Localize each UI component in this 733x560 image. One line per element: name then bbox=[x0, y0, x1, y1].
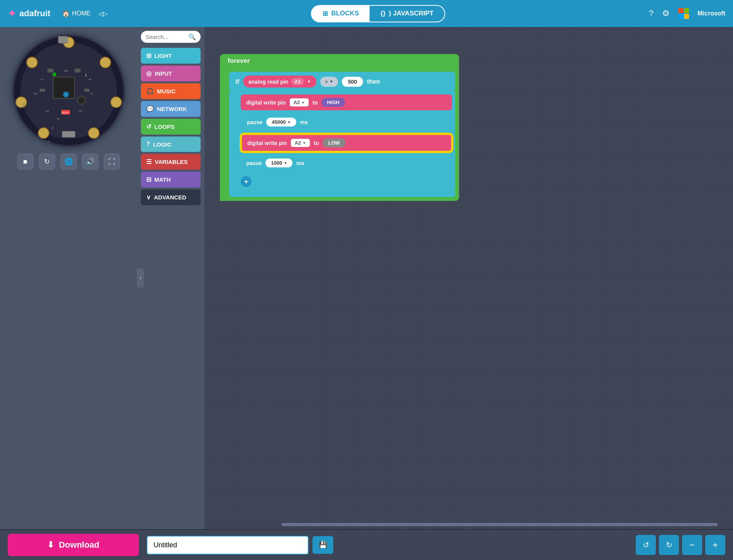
search-box[interactable]: 🔍 bbox=[141, 31, 201, 43]
analog-read-block[interactable]: analog read pin A1 ▼ bbox=[243, 76, 316, 88]
cat-variables-button[interactable]: ☰ VARIABLES bbox=[141, 154, 201, 170]
microsoft-text: Microsoft bbox=[698, 10, 725, 17]
workspace-scrollbar[interactable] bbox=[282, 523, 718, 526]
cat-input-label: INPUT bbox=[155, 70, 172, 77]
redo-button[interactable]: ↻ bbox=[659, 535, 679, 555]
workspace[interactable]: forever if analog read pin A1 ▼ > ▼ bbox=[204, 27, 733, 529]
variables-icon: ☰ bbox=[146, 158, 152, 165]
high-badge[interactable]: HIGH bbox=[321, 98, 345, 107]
cat-logic-button[interactable]: ? LOGIC bbox=[141, 137, 201, 152]
cat-network-label: NETWORK bbox=[157, 106, 187, 112]
add-block-button[interactable]: + bbox=[241, 176, 252, 187]
advanced-icon: ∨ bbox=[146, 194, 151, 201]
pin-arrow-1: ▼ bbox=[301, 101, 305, 105]
network-icon: 💬 bbox=[146, 105, 154, 113]
download-button[interactable]: ⬇ Download bbox=[8, 534, 139, 556]
blocks-icon: ⊞ bbox=[323, 10, 328, 18]
controls-row: ■ ↻ 🌐 🔊 ⛶ bbox=[17, 153, 120, 170]
svg-text:GND: GND bbox=[44, 140, 51, 143]
pause-block-1: pause 45000 ▼ ms bbox=[241, 113, 452, 131]
js-icon: {} bbox=[380, 10, 385, 17]
pause-value-2[interactable]: 1000 ▼ bbox=[265, 159, 292, 167]
forever-block: forever if analog read pin A1 ▼ > ▼ bbox=[220, 54, 459, 201]
header: ✦ adafruit 🏠 HOME ◁▷ ⊞ BLOCKS {} } JAVAS… bbox=[0, 0, 733, 27]
svg-rect-32 bbox=[62, 131, 75, 137]
forever-label: forever bbox=[228, 57, 250, 64]
pause-label-1: pause bbox=[247, 119, 262, 125]
svg-point-15 bbox=[52, 73, 56, 76]
share-icon[interactable]: ◁▷ bbox=[98, 10, 108, 17]
logo[interactable]: ✦ adafruit bbox=[8, 8, 51, 20]
sound-button[interactable]: 🔊 bbox=[82, 153, 98, 170]
logo-star: ✦ bbox=[8, 8, 16, 20]
category-sidebar: 🔍 ⊞ LIGHT ◎ INPUT 🎧 MUSIC 💬 NETWORK ↺ LO… bbox=[137, 27, 204, 529]
cat-network-button[interactable]: 💬 NETWORK bbox=[141, 101, 201, 117]
refresh-button[interactable]: ↻ bbox=[39, 153, 55, 170]
cat-music-label: MUSIC bbox=[157, 88, 176, 94]
microsoft-logo bbox=[678, 8, 689, 19]
screenshot-button[interactable]: 🌐 bbox=[61, 153, 77, 170]
download-icon: ⬇ bbox=[47, 540, 54, 550]
operator-block[interactable]: > ▼ bbox=[320, 77, 338, 87]
if-block: if analog read pin A1 ▼ > ▼ 500 bbox=[229, 72, 455, 91]
stop-button[interactable]: ■ bbox=[17, 153, 34, 170]
cat-advanced-button[interactable]: ∨ ADVANCED bbox=[141, 189, 201, 205]
tab-group: ⊞ BLOCKS {} } JAVASCRIPT bbox=[311, 5, 445, 22]
search-input[interactable] bbox=[145, 34, 186, 40]
svg-rect-14 bbox=[84, 89, 90, 92]
zoom-in-button[interactable]: + bbox=[705, 535, 725, 555]
cat-math-button[interactable]: ⊟ MATH bbox=[141, 172, 201, 187]
undo-button[interactable]: ↺ bbox=[636, 535, 656, 555]
zoom-out-button[interactable]: − bbox=[682, 535, 702, 555]
cat-light-label: LIGHT bbox=[154, 52, 172, 59]
pause-arrow-2: ▼ bbox=[284, 161, 287, 165]
cat-input-button[interactable]: ◎ INPUT bbox=[141, 66, 201, 81]
zoom-in-icon: + bbox=[713, 540, 718, 550]
svg-text:♪: ♪ bbox=[51, 125, 54, 130]
collapse-panel-button[interactable]: ‹ bbox=[137, 268, 144, 288]
math-icon: ⊟ bbox=[146, 176, 151, 183]
cat-light-button[interactable]: ⊞ LIGHT bbox=[141, 48, 201, 64]
svg-text:TX: TX bbox=[90, 93, 93, 95]
fullscreen-icon: ⛶ bbox=[108, 158, 115, 166]
cat-music-button[interactable]: 🎧 MUSIC bbox=[141, 83, 201, 99]
svg-point-4 bbox=[111, 97, 122, 108]
svg-text:A8: A8 bbox=[88, 78, 91, 81]
help-button[interactable]: ? bbox=[649, 8, 654, 19]
cat-variables-label: VARIABLES bbox=[155, 159, 188, 165]
pin-a1-dropdown[interactable]: A1 bbox=[291, 78, 304, 85]
then-label: then bbox=[367, 78, 380, 85]
pin-a2-dropdown-2[interactable]: A2 ▼ bbox=[291, 139, 310, 147]
save-button[interactable]: 💾 bbox=[312, 536, 333, 554]
svg-point-6 bbox=[38, 128, 49, 138]
pause-value-1[interactable]: 45000 ▼ bbox=[266, 118, 296, 127]
pin-arrow-2: ▼ bbox=[302, 141, 306, 145]
fullscreen-button[interactable]: ⛶ bbox=[104, 153, 120, 170]
value-block[interactable]: 500 bbox=[342, 77, 363, 87]
to-label-1: to bbox=[312, 100, 318, 106]
svg-rect-12 bbox=[74, 69, 81, 73]
low-badge[interactable]: LOW bbox=[323, 138, 345, 147]
board-svg: A9 A7 A8 D4 D5 D7 RX TX GND GND RESET 🌡 bbox=[13, 35, 125, 147]
light-icon: ⊞ bbox=[146, 52, 151, 59]
cat-loops-button[interactable]: ↺ LOOPS bbox=[141, 119, 201, 135]
tab-blocks[interactable]: ⊞ BLOCKS bbox=[312, 6, 370, 22]
pin-a2-dropdown-1[interactable]: A2 ▼ bbox=[290, 98, 309, 106]
project-name-area: 💾 bbox=[147, 536, 628, 555]
project-name-input[interactable] bbox=[147, 536, 309, 555]
redo-icon: ↻ bbox=[666, 540, 672, 550]
svg-point-3 bbox=[100, 57, 111, 68]
nav-home[interactable]: 🏠 HOME bbox=[62, 10, 91, 17]
ms-label-1: ms bbox=[300, 119, 308, 125]
cat-advanced-label: ADVANCED bbox=[154, 194, 186, 201]
settings-button[interactable]: ⚙ bbox=[662, 8, 670, 19]
download-label: Download bbox=[59, 540, 99, 550]
dropdown-arrow: ▼ bbox=[307, 79, 311, 84]
pause-arrow-1: ▼ bbox=[287, 120, 291, 124]
tab-javascript[interactable]: {} } JAVASCRIPT bbox=[370, 6, 444, 22]
if-label: if bbox=[235, 78, 239, 85]
digital-write-low-block: digital write pin A2 ▼ to LOW bbox=[241, 134, 452, 152]
pause-block-2: pause 1000 ▼ ms bbox=[241, 155, 452, 171]
svg-text:D5: D5 bbox=[79, 110, 82, 112]
input-icon: ◎ bbox=[146, 70, 152, 77]
